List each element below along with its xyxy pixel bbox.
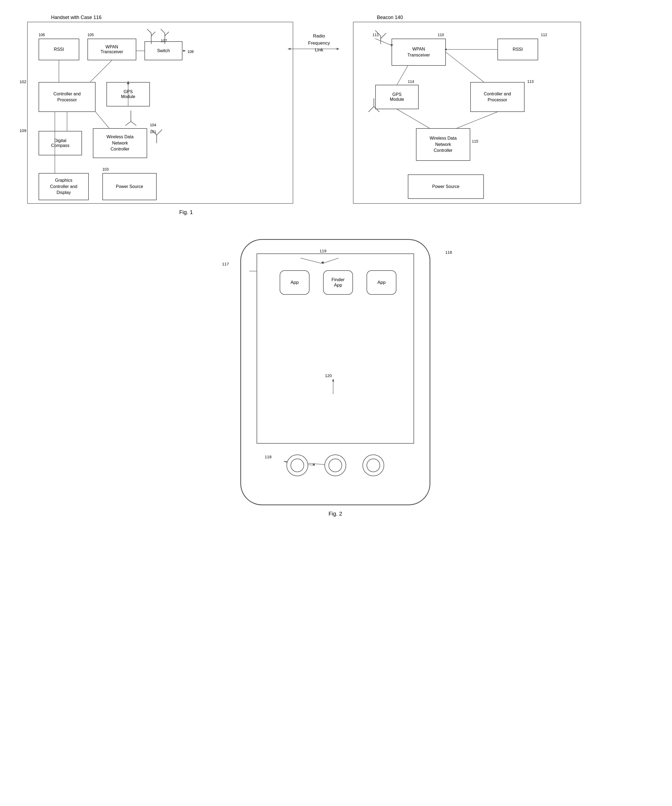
ref-102: 102 [20, 79, 26, 84]
phone-screen: 119 App Finder App [257, 253, 414, 444]
ref-119: 119 [320, 249, 326, 253]
svg-line-5 [165, 32, 169, 36]
ref-103: 103 [102, 167, 109, 172]
box-wpan: WPAN Transceiver [87, 39, 136, 60]
app-icon-1[interactable]: App [280, 270, 310, 295]
box-graphics: Graphics Controller and Display [39, 173, 89, 200]
svg-line-4 [161, 29, 165, 33]
box-gps: GPS Module [106, 82, 150, 106]
svg-line-8 [131, 121, 136, 126]
box-switch: Switch [145, 41, 183, 60]
svg-marker-48 [332, 379, 334, 382]
svg-line-11 [156, 130, 162, 135]
box-rssi-b: RSSI [497, 39, 538, 60]
antenna-gps-b [364, 98, 384, 115]
phone-button-3-inner [367, 459, 380, 472]
svg-marker-23 [337, 48, 339, 50]
svg-line-1 [147, 29, 151, 33]
ref-109: 109 [20, 128, 26, 133]
finder-app-icon[interactable]: Finder App [323, 270, 353, 295]
ref-104: 104 [150, 123, 156, 127]
ref-116: 116 [445, 250, 452, 254]
antenna-wireless [147, 127, 166, 143]
ref-112: 112 [541, 33, 547, 37]
phone-container: 116 117 119 [240, 239, 430, 505]
handset-title: Handset with Case 116 [49, 15, 103, 20]
svg-line-34 [457, 112, 497, 128]
app-icons-row: App Finder App App [257, 254, 413, 295]
page: Handset with Case 116 102 109 RSSI 106 W… [0, 0, 672, 528]
fig2-label: Fig. 2 [329, 511, 342, 517]
svg-line-27 [380, 33, 386, 39]
box-wireless-data: Wireless Data Network Controller [93, 128, 147, 158]
fig1-label: Fig. 1 [179, 209, 193, 215]
box-ctrl-proc: Controller and Processor [39, 82, 96, 112]
ref-120-arrow [329, 378, 337, 394]
svg-line-16 [96, 112, 109, 128]
ref-111: 111 [372, 33, 379, 37]
svg-line-2 [151, 32, 155, 36]
fig1-area: Handset with Case 116 102 109 RSSI 106 W… [16, 11, 654, 217]
phone-button-1[interactable] [287, 454, 308, 476]
phone-outline: 117 119 [240, 239, 430, 505]
ref-118: 118 [265, 454, 272, 459]
ref-wpan: 105 [87, 33, 94, 37]
ref-117: 117 [222, 262, 229, 266]
beacon-diagram: Beacon 140 WPAN Transceiver 110 RSSI 112… [353, 22, 581, 204]
beacon-title: Beacon 140 [375, 15, 405, 20]
ref-114: 114 [408, 79, 414, 84]
phone-button-2-inner [329, 459, 342, 472]
ref-110: 110 [438, 33, 444, 37]
svg-marker-52 [313, 463, 315, 466]
phone-button-2[interactable] [324, 454, 346, 476]
ref-rssi: 106 [39, 33, 45, 37]
phone-button-3[interactable] [362, 454, 384, 476]
phone-buttons-row: 118 [287, 454, 384, 476]
ref-113: 113 [527, 79, 534, 84]
svg-line-32 [446, 52, 484, 82]
svg-line-30 [374, 106, 379, 112]
box-power-b: Power Source [408, 174, 484, 199]
ref-120: 120 [325, 373, 332, 378]
box-ctrl-proc-b: Controller and Processor [470, 82, 525, 112]
box-wpan-b: WPAN Transceiver [392, 39, 446, 66]
svg-line-7 [125, 121, 131, 126]
box-wireless-data-b: Wireless Data Network Controller [416, 128, 470, 161]
box-power: Power Source [102, 173, 156, 200]
svg-line-31 [397, 66, 408, 85]
svg-line-13 [90, 60, 112, 82]
phone-button-1-inner [290, 459, 304, 472]
box-rssi: RSSI [39, 39, 79, 60]
svg-line-10 [151, 130, 156, 135]
fig2-area: 116 117 119 [16, 239, 654, 517]
ref-115: 115 [472, 139, 478, 144]
svg-line-33 [397, 109, 430, 128]
app-icon-2[interactable]: App [367, 270, 397, 295]
rf-link-arrows [288, 46, 342, 55]
svg-line-29 [369, 106, 374, 112]
svg-marker-24 [288, 48, 290, 50]
ref-108: 108 [187, 50, 194, 54]
box-digital-compass: Digital Compass [39, 131, 82, 155]
handset-diagram: Handset with Case 116 102 109 RSSI 106 W… [27, 22, 293, 204]
antenna-gps [120, 111, 142, 127]
svg-marker-21 [183, 50, 186, 52]
